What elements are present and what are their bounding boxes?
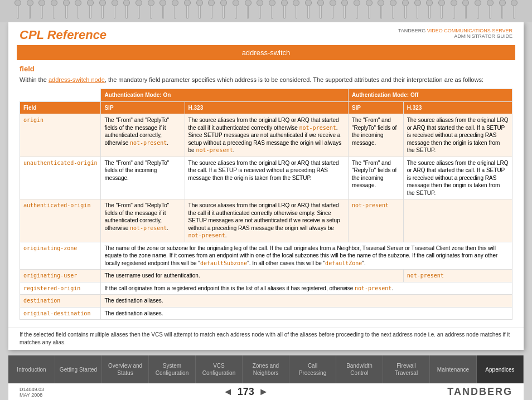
spiral-hole xyxy=(332,3,334,19)
h323-1-col-header: H.323 xyxy=(185,101,348,114)
doc-number: D14049.03 xyxy=(20,387,44,392)
tab-appendices[interactable]: Appendices xyxy=(477,355,524,383)
spiral-hole xyxy=(199,3,201,19)
spiral-hole xyxy=(380,3,383,19)
default-subzone: defaultSubzone xyxy=(200,260,247,266)
sip1-col-header: SIP xyxy=(101,101,185,114)
spiral-hole xyxy=(477,3,479,19)
not-present-tag: not-present xyxy=(407,272,444,279)
spiral-hole xyxy=(417,3,419,19)
spiral-hole xyxy=(89,3,91,19)
spiral-hole xyxy=(162,3,165,19)
spiral-hole xyxy=(513,3,515,19)
not-present-tag: not-present xyxy=(188,232,225,238)
tab-getting-started[interactable]: Getting Started xyxy=(55,355,102,383)
tab-overview-status[interactable]: Overview andStatus xyxy=(102,355,149,383)
originating-user-desc: The username used for authentication. xyxy=(101,270,403,282)
spiral-hole xyxy=(501,3,504,19)
field-title: field xyxy=(20,65,512,73)
spiral-hole xyxy=(283,3,286,19)
doc-date: MAY 2008 xyxy=(20,392,44,398)
originating-zone-desc: The name of the zone or subzone for the … xyxy=(101,242,512,270)
registered-origin-desc: If the call originates from a registered… xyxy=(101,282,512,295)
table-row: originating-user The username used for a… xyxy=(20,270,512,282)
originating-user-sip2: not-present xyxy=(403,270,512,282)
tab-system-configuration[interactable]: SystemConfiguration xyxy=(149,355,196,383)
field-name-originating-zone: originating-zone xyxy=(20,242,101,270)
product-text: VIDEO COMMUNICATIONS SERVER xyxy=(427,28,512,33)
tandberg-footer-logo: TANDBERG xyxy=(447,386,512,398)
spiral-hole xyxy=(174,3,176,19)
orange-bar: address-switch xyxy=(17,45,515,60)
sip2-col-header: SIP xyxy=(348,101,403,114)
spiral-hole xyxy=(296,3,298,19)
auth-origin-sip2: not-present xyxy=(348,199,403,242)
field-name-originating-user: originating-user xyxy=(20,270,101,282)
prev-page-button[interactable]: ◄ xyxy=(223,386,233,398)
page-navigation: ◄ 173 ► xyxy=(223,386,269,398)
unauth-origin-h323-1: The source aliases from the original LRQ… xyxy=(185,157,348,199)
branding: TANDBERG VIDEO COMMUNICATIONS SERVER ADM… xyxy=(398,28,512,39)
not-present-tag: not-present xyxy=(196,147,233,153)
original-destination-desc: The destination aliases. xyxy=(101,307,512,320)
spiral-hole xyxy=(259,3,261,19)
footer-doc: D14049.03 MAY 2008 xyxy=(20,387,44,398)
not-present-tag: not-present xyxy=(355,285,391,291)
col-header-row: Field SIP H.323 SIP H.323 xyxy=(20,101,512,114)
origin-sip2: The "From" and "ReplyTo" fields of the i… xyxy=(348,114,403,157)
spiral-hole xyxy=(186,3,188,19)
not-present-tag: not-present xyxy=(299,125,336,131)
table-row: authenticated-origin The "From" and "Rep… xyxy=(20,199,512,242)
next-page-button[interactable]: ► xyxy=(259,386,269,398)
table-row: original-destination The destination ali… xyxy=(20,307,512,320)
tab-maintenance[interactable]: Maintenance xyxy=(430,355,477,383)
spiral-holes xyxy=(0,3,532,19)
field-name-authenticated-origin: authenticated-origin xyxy=(20,199,101,242)
auth-off-header: Authentication Mode: Off xyxy=(348,89,512,102)
unauth-origin-sip2: The "From" and "ReplyTo" fields of the i… xyxy=(348,157,403,199)
tab-vcs-configuration[interactable]: VCSConfiguration xyxy=(196,355,243,383)
spiral-hole xyxy=(235,3,237,19)
table-row: unauthenticated-origin The "From" and "R… xyxy=(20,157,512,199)
not-present-tag: not-present xyxy=(352,202,389,208)
spiral-hole xyxy=(453,3,455,19)
spiral-hole xyxy=(211,3,213,19)
tab-firewall-traversal[interactable]: FirewallTraversal xyxy=(383,355,430,383)
page-footer: D14049.03 MAY 2008 ◄ 173 ► TANDBERG xyxy=(8,383,524,400)
spiral-hole xyxy=(101,3,104,19)
default-zone: defaultZone xyxy=(325,260,362,266)
address-switch-link[interactable]: address-switch node xyxy=(49,76,105,83)
tab-bandwidth-control[interactable]: BandwidthControl xyxy=(336,355,383,383)
desc-start: Within the xyxy=(20,76,49,83)
spiral-hole xyxy=(320,3,322,19)
page-title: CPL Reference xyxy=(20,28,107,42)
auth-origin-sip1: The "From" and "ReplyTo" fields of the m… xyxy=(101,199,185,242)
spiral-hole xyxy=(78,3,80,19)
auth-origin-h323-1: The source aliases from the original LRQ… xyxy=(185,199,348,242)
table-row: destination The destination aliases. xyxy=(20,295,512,308)
spiral-hole xyxy=(441,3,443,19)
tandberg-text: TANDBERG xyxy=(398,28,425,33)
not-present-tag: not-present xyxy=(130,140,167,146)
spiral-hole xyxy=(428,3,431,19)
destination-desc: The destination aliases. xyxy=(101,295,512,308)
bottom-nav: Introduction Getting Started Overview an… xyxy=(8,355,524,383)
table-row: originating-zone The name of the zone or… xyxy=(20,242,512,270)
tab-call-processing[interactable]: CallProcessing xyxy=(289,355,336,383)
table-row: registered-origin If the call originates… xyxy=(20,282,512,295)
h323-2-col-header: H.323 xyxy=(403,101,512,114)
page: CPL Reference TANDBERG VIDEO COMMUNICATI… xyxy=(8,22,524,350)
main-content: field Within the address-switch node, th… xyxy=(8,60,524,325)
spiral-hole xyxy=(392,3,394,19)
spiral-top xyxy=(0,0,532,22)
guide-text: ADMINISTRATOR GUIDE xyxy=(398,33,512,39)
origin-sip1: The "From" and "ReplyTo" fields of the m… xyxy=(101,114,185,157)
tab-introduction[interactable]: Introduction xyxy=(8,355,55,383)
origin-h323-1: The source aliases from the original LRQ… xyxy=(185,114,348,157)
spiral-hole xyxy=(307,3,309,19)
auth-header-row: Authentication Mode: On Authentication M… xyxy=(20,89,512,102)
spiral-hole xyxy=(465,3,467,19)
page-header: CPL Reference TANDBERG VIDEO COMMUNICATI… xyxy=(8,22,524,45)
tab-zones-neighbors[interactable]: Zones andNeighbors xyxy=(243,355,289,383)
spiral-hole xyxy=(65,3,67,19)
